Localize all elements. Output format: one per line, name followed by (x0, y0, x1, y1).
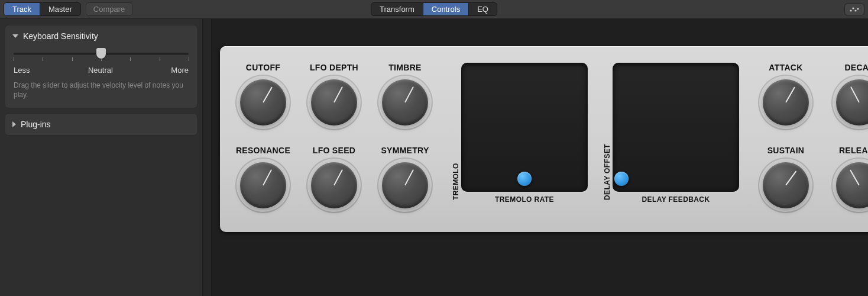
knob-grid-right: ATTACK DECAY SUSTAIN RELEASE (753, 63, 868, 208)
sidebar: Keyboard Sensitivity Less Neutral (0, 19, 203, 296)
knob-label: DECAY (827, 63, 868, 72)
xy-pad-delay[interactable] (613, 63, 739, 192)
knob-cell-lfo-depth: LFO DEPTH (303, 63, 365, 126)
knob-label: RELEASE (827, 146, 868, 155)
xy-pad-tremolo[interactable] (461, 63, 588, 192)
knob-label: ATTACK (753, 63, 818, 72)
knob-lfo-seed[interactable] (311, 162, 357, 208)
tab-controls[interactable]: Controls (423, 3, 469, 15)
main: Keyboard Sensitivity Less Neutral (0, 19, 868, 296)
knob-lfo-depth[interactable] (311, 79, 357, 126)
knob-label: TIMBRE (374, 63, 436, 72)
toolbar: Track Master Compare Transform Controls … (0, 0, 868, 19)
knob-cell-decay: DECAY (827, 63, 868, 126)
slider-label-less: Less (14, 66, 30, 75)
xy-x-label: TREMOLO RATE (495, 195, 554, 204)
tab-transform[interactable]: Transform (371, 3, 423, 15)
knob-cell-release: RELEASE (827, 146, 868, 208)
xy-x-label: DELAY FEEDBACK (642, 195, 710, 204)
panel-title: Plug-ins (21, 120, 51, 129)
tab-master[interactable]: Master (40, 3, 80, 15)
svg-point-3 (857, 8, 859, 9)
knob-label: LFO SEED (303, 146, 365, 155)
panel-keyboard-sensitivity: Keyboard Sensitivity Less Neutral (5, 25, 197, 108)
knob-cell-lfo-seed: LFO SEED (303, 146, 365, 208)
chevron-down-icon (12, 34, 18, 38)
panel-header-plugins[interactable]: Plug-ins (5, 114, 197, 135)
smart-controls-device: CUTOFF LFO DEPTH TIMBRE RESONANCE LFO SE… (220, 46, 868, 232)
editor-area: CUTOFF LFO DEPTH TIMBRE RESONANCE LFO SE… (212, 19, 868, 296)
knob-cell-cutoff: CUTOFF (232, 63, 294, 126)
svg-point-1 (852, 7, 854, 9)
svg-point-2 (854, 9, 856, 11)
xy-puck[interactable] (614, 172, 629, 186)
xy-y-label: TREMOLO (451, 73, 460, 200)
knob-cell-attack: ATTACK (753, 63, 818, 126)
knob-label: CUTOFF (232, 63, 294, 72)
vertical-scrollbar[interactable] (203, 19, 212, 296)
knob-timbre[interactable] (382, 79, 428, 126)
compare-button[interactable]: Compare (86, 2, 132, 16)
knob-symmetry[interactable] (382, 162, 428, 208)
xy-puck[interactable] (517, 172, 532, 186)
knob-decay[interactable] (836, 79, 868, 126)
tab-track[interactable]: Track (4, 3, 40, 15)
knob-grid-left: CUTOFF LFO DEPTH TIMBRE RESONANCE LFO SE… (232, 63, 436, 208)
panel-title: Keyboard Sensitivity (23, 31, 98, 41)
left-tab-group: Track Master (4, 2, 81, 16)
tab-eq[interactable]: EQ (469, 3, 497, 15)
center-tab-group: Transform Controls EQ (371, 2, 497, 16)
knob-label: SYMMETRY (374, 146, 436, 155)
xy-wrap-tremolo: TREMOLO TREMOLO RATE (451, 63, 588, 204)
knob-cutoff[interactable] (240, 79, 286, 126)
knob-release[interactable] (836, 162, 868, 208)
panel-header-keyboard-sensitivity[interactable]: Keyboard Sensitivity (5, 25, 197, 47)
knob-cell-sustain: SUSTAIN (753, 146, 818, 208)
knob-attack[interactable] (763, 79, 809, 126)
knob-cell-symmetry: SYMMETRY (374, 146, 436, 208)
knob-cell-timbre: TIMBRE (374, 63, 436, 126)
panel-plugins: Plug-ins (5, 113, 197, 136)
knob-label: RESONANCE (232, 146, 294, 155)
panel-hint: Drag the slider to adjust the velocity l… (14, 81, 189, 99)
knob-resonance[interactable] (240, 162, 286, 208)
slider-label-more: More (171, 66, 189, 75)
chevron-right-icon (12, 121, 16, 127)
slider-label-neutral: Neutral (88, 66, 113, 75)
knob-sustain[interactable] (763, 162, 809, 208)
knob-cell-resonance: RESONANCE (232, 146, 294, 208)
xy-y-label: DELAY OFFSET (602, 73, 611, 200)
smart-controls-icon[interactable] (844, 4, 864, 15)
slider-thumb[interactable] (96, 48, 106, 59)
knob-label: LFO DEPTH (303, 63, 365, 72)
velocity-slider[interactable] (14, 49, 189, 65)
svg-point-0 (850, 9, 851, 11)
knob-label: SUSTAIN (753, 146, 818, 155)
slider-labels: Less Neutral More (14, 66, 189, 75)
xy-wrap-delay: DELAY OFFSET DELAY FEEDBACK (602, 63, 739, 204)
